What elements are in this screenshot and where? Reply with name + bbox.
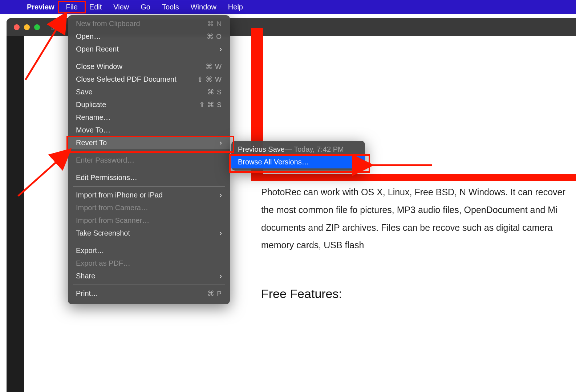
- menu-item-print[interactable]: Print…⌘ P: [68, 287, 230, 300]
- menu-window[interactable]: Window: [185, 1, 222, 13]
- window-close-button[interactable]: [14, 24, 20, 30]
- menu-separator: [73, 58, 225, 58]
- submenu-previous-save-label: Previous Save: [238, 145, 285, 154]
- menu-item-label: Enter Password…: [76, 156, 134, 164]
- menu-item-close-window[interactable]: Close Window⌘ W: [68, 60, 230, 73]
- menu-item-import-from-camera: Import from Camera…: [68, 201, 230, 214]
- macos-menubar: Preview File Edit View Go Tools Window H…: [0, 0, 576, 14]
- menu-item-label: Revert To: [76, 139, 107, 147]
- window-minimize-button[interactable]: [24, 24, 30, 30]
- menu-item-label: Export…: [76, 246, 104, 255]
- menu-item-label: Print…: [76, 289, 98, 298]
- menu-help[interactable]: Help: [222, 1, 249, 13]
- menu-item-export[interactable]: Export…: [68, 244, 230, 257]
- window-zoom-button[interactable]: [34, 24, 40, 30]
- chevron-right-icon: ›: [220, 45, 222, 53]
- submenu-browse-all-versions[interactable]: Browse All Versions…: [231, 156, 365, 168]
- menu-item-save[interactable]: Save⌘ S: [68, 86, 230, 98]
- menu-item-label: Close Window: [76, 62, 122, 71]
- menu-item-open-recent[interactable]: Open Recent›: [68, 43, 230, 56]
- svg-rect-0: [51, 24, 59, 29]
- menu-item-open[interactable]: Open…⌘ O: [68, 30, 230, 43]
- menu-separator: [73, 186, 225, 187]
- menu-item-import-from-scanner: Import from Scanner…: [68, 214, 230, 227]
- menu-item-label: New from Clipboard: [76, 20, 140, 28]
- menu-edit[interactable]: Edit: [84, 1, 108, 13]
- menu-item-label: Import from iPhone or iPad: [76, 191, 163, 199]
- menu-item-label: Edit Permissions…: [76, 173, 137, 182]
- document-red-border-bottom: [251, 174, 576, 181]
- menu-item-revert-to[interactable]: Revert To›: [68, 136, 230, 149]
- menu-tools[interactable]: Tools: [156, 1, 185, 13]
- menu-item-label: Open…: [76, 32, 101, 41]
- menu-item-shortcut: ⌘ S: [207, 88, 222, 96]
- submenu-browse-label: Browse All Versions…: [238, 158, 309, 166]
- menu-separator: [73, 242, 225, 242]
- submenu-previous-save-detail: — Today, 7:42 PM: [285, 145, 344, 154]
- menu-item-shortcut: ⇧ ⌘ S: [199, 101, 222, 109]
- menu-item-move-to[interactable]: Move To…: [68, 124, 230, 136]
- menu-item-import-from-iphone-or-ipad[interactable]: Import from iPhone or iPad›: [68, 189, 230, 201]
- menu-item-label: Move To…: [76, 126, 110, 134]
- menu-item-label: Take Screenshot: [76, 229, 130, 237]
- menu-item-label: Rename…: [76, 113, 111, 122]
- chevron-right-icon: ›: [220, 191, 222, 199]
- menu-item-take-screenshot[interactable]: Take Screenshot›: [68, 227, 230, 240]
- menu-app-name[interactable]: Preview: [21, 1, 60, 13]
- menu-item-edit-permissions[interactable]: Edit Permissions…: [68, 171, 230, 184]
- chevron-right-icon: ›: [220, 139, 222, 147]
- menu-item-duplicate[interactable]: Duplicate⇧ ⌘ S: [68, 98, 230, 111]
- menu-item-shortcut: ⌘ O: [207, 32, 222, 41]
- revert-to-submenu: Previous Save — Today, 7:42 PM Browse Al…: [231, 141, 365, 171]
- menu-item-label: Import from Camera…: [76, 204, 148, 212]
- submenu-previous-save[interactable]: Previous Save — Today, 7:42 PM: [231, 143, 365, 156]
- menu-item-label: Close Selected PDF Document: [76, 75, 177, 83]
- menu-item-shortcut: ⌘ W: [206, 62, 222, 71]
- sidebar-toggle-icon[interactable]: [51, 24, 59, 31]
- menu-item-label: Duplicate: [76, 101, 106, 109]
- menu-item-shortcut: ⇧ ⌘ W: [197, 75, 222, 83]
- menu-item-label: Export as PDF…: [76, 259, 130, 268]
- menu-separator: [73, 169, 225, 169]
- menu-item-label: Import from Scanner…: [76, 216, 149, 225]
- menu-item-enter-password: Enter Password…: [68, 154, 230, 167]
- menu-item-label: Save: [76, 88, 93, 96]
- menu-separator: [73, 285, 225, 285]
- file-menu-dropdown: New from Clipboard⌘ NOpen…⌘ OOpen Recent…: [68, 15, 230, 304]
- menu-view[interactable]: View: [108, 1, 135, 13]
- chevron-right-icon: ›: [220, 229, 222, 237]
- menu-item-close-selected-pdf-document[interactable]: Close Selected PDF Document⇧ ⌘ W: [68, 73, 230, 86]
- document-body-text: PhotoRec can work with OS X, Linux, Free…: [261, 183, 576, 254]
- menu-item-shortcut: ⌘ P: [207, 289, 222, 298]
- menu-item-rename[interactable]: Rename…: [68, 111, 230, 124]
- menu-item-export-as-pdf: Export as PDF…: [68, 257, 230, 270]
- menu-item-label: Share: [76, 272, 95, 280]
- sidebar-strip: [7, 36, 24, 392]
- menu-separator: [73, 151, 225, 152]
- menu-item-shortcut: ⌘ N: [207, 20, 222, 28]
- menu-item-new-from-clipboard: New from Clipboard⌘ N: [68, 17, 230, 30]
- menu-item-label: Open Recent: [76, 45, 119, 53]
- menu-file[interactable]: File: [60, 1, 84, 13]
- menu-item-share[interactable]: Share›: [68, 270, 230, 282]
- chevron-right-icon: ›: [220, 272, 222, 280]
- document-heading: Free Features:: [261, 287, 342, 301]
- menu-go[interactable]: Go: [135, 1, 156, 13]
